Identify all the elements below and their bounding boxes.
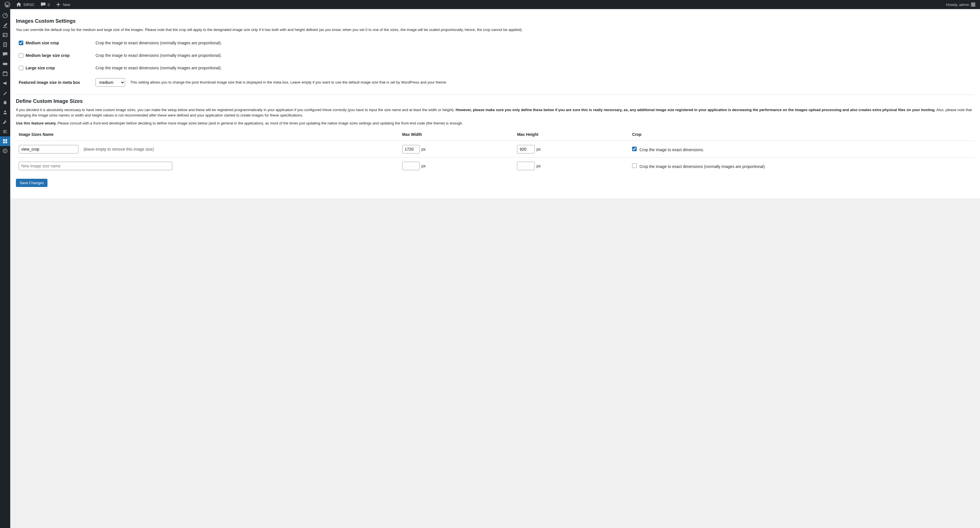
divider [16,95,974,95]
content-area: Images Custom Settings You can override … [10,9,980,198]
medium-large-crop-checkbox[interactable] [19,53,23,58]
th-name: Image Sizes Name [19,132,53,137]
medium-crop-desc: Crop the image to exact dimensions (norm… [95,41,974,45]
section-intro-images: You can override the default crop for th… [16,27,974,33]
size-name-hint: (leave empty to remove this image size) [84,147,154,151]
avatar [971,2,975,7]
px-label: px [422,164,426,168]
new-size-width-input[interactable] [402,162,420,170]
section-heading-define: Define Custom Image Sizes [16,98,974,104]
rail-woo[interactable] [0,59,10,69]
svg-point-9 [6,132,7,133]
th-crop: Crop [632,132,641,137]
plus-icon [56,2,61,7]
size-crop-label: Crop the image to exact dimensions. [640,148,704,152]
new-label: New [63,3,70,7]
size-row-new: px px Crop the image to exact dimensions… [16,158,974,175]
th-height: Max Height [517,132,538,137]
comment-icon [40,2,46,7]
new-size-height-input[interactable] [517,162,535,170]
rail-current[interactable] [0,137,10,146]
new-link[interactable]: New [53,0,73,9]
rail-collapse[interactable] [0,146,10,156]
rail-marketing[interactable] [0,78,10,88]
new-size-crop-checkbox[interactable] [632,164,637,168]
size-name-input[interactable] [19,145,78,153]
rail-settings[interactable] [0,127,10,137]
admin-rail [0,9,10,198]
size-row: (leave empty to remove this image size) … [16,141,974,158]
comments-count: 0 [48,3,50,7]
save-changes-button[interactable]: Save Changes [16,179,48,187]
featured-size-label: Featured image size in meta box [19,80,80,85]
svg-rect-6 [3,72,7,76]
medium-crop-checkbox[interactable] [19,41,23,45]
howdy-link[interactable]: Howdy, admin [944,0,978,9]
featured-size-desc: This setting allows you to change the po… [130,80,974,84]
featured-size-select[interactable]: medium [95,78,125,87]
size-crop-checkbox[interactable] [632,146,637,151]
svg-point-3 [6,34,6,35]
rail-posts[interactable] [0,21,10,30]
medium-crop-label: Medium size crop [25,41,59,45]
svg-rect-5 [3,63,7,65]
comments-link[interactable]: 0 [38,0,52,9]
define-paragraph-2: Use this feature wisely. Please consult … [16,121,974,126]
large-crop-desc: Crop the image to exact dimensions (norm… [95,66,974,70]
rail-comments[interactable] [0,49,10,59]
rail-dashboard[interactable] [0,11,10,21]
admin-topbar: SIRSC 0 New Howdy, admin [0,0,980,9]
rail-media[interactable] [0,30,10,40]
new-size-crop-label: Crop the image to exact dimensions (norm… [640,164,766,169]
svg-rect-11 [5,139,7,141]
size-height-input[interactable] [517,145,535,153]
svg-rect-2 [3,33,7,37]
site-home-link[interactable]: SIRSC [14,0,37,9]
svg-point-14 [3,149,7,153]
howdy-text: Howdy, admin [946,3,969,7]
svg-rect-12 [3,142,5,143]
large-crop-checkbox[interactable] [19,66,23,70]
site-name: SIRSC [23,3,35,7]
px-label: px [536,147,541,151]
wordpress-icon [5,2,10,7]
new-size-name-input[interactable] [19,162,172,170]
wp-logo[interactable] [2,0,13,9]
rail-tools[interactable] [0,117,10,127]
svg-rect-10 [3,139,5,141]
rail-users[interactable] [0,107,10,117]
size-width-input[interactable] [402,145,420,153]
svg-point-8 [6,130,7,131]
medium-large-crop-desc: Crop the image to exact dimensions (norm… [95,53,974,58]
rail-products[interactable] [0,69,10,78]
rail-plugins[interactable] [0,98,10,107]
home-icon [16,2,22,7]
svg-point-7 [4,111,6,112]
th-width: Max Width [402,132,422,137]
rail-appearance[interactable] [0,88,10,98]
px-label: px [536,164,541,168]
px-label: px [422,147,426,151]
define-paragraph-1: If you decided it is absolutely necessar… [16,107,974,118]
section-heading-images: Images Custom Settings [16,18,974,24]
svg-rect-13 [5,142,7,143]
large-crop-label: Large size crop [25,66,55,70]
rail-pages[interactable] [0,40,10,49]
medium-large-crop-label: Medium large size crop [25,53,70,58]
custom-sizes-table: Image Sizes Name Max Width Max Height Cr… [16,128,974,174]
